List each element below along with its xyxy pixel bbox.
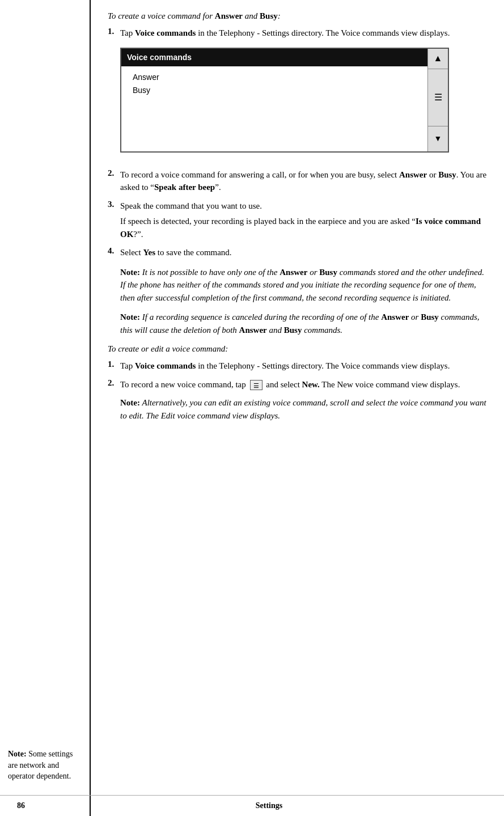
section2-heading-text: To create or edit a voice command: bbox=[108, 344, 228, 353]
step2-content: To record a voice command for answering … bbox=[120, 168, 487, 194]
step4-item: 4. Select Yes to save the command. bbox=[108, 246, 487, 259]
note1-or: or bbox=[307, 268, 319, 277]
note1-label: Note: bbox=[120, 268, 140, 277]
section1-heading: To create a voice command for Answer and… bbox=[108, 11, 487, 21]
note1-busy: Busy bbox=[319, 268, 337, 277]
note3-text: Alternatively, you can edit an existing … bbox=[120, 398, 486, 420]
footer-page-number: 86 bbox=[17, 801, 51, 810]
note2-answer: Answer bbox=[381, 312, 409, 322]
vc-scrollbar[interactable]: ▲ ☰ ▼ bbox=[427, 49, 448, 151]
step1-item: 1. Tap Voice commands in the Telephony -… bbox=[108, 27, 487, 163]
note1-text: It is not possible to have only one of t… bbox=[140, 268, 279, 277]
heading-italic2: and bbox=[243, 11, 260, 20]
footer-section-title: Settings bbox=[51, 801, 487, 810]
heading-italic1: To create a voice command for bbox=[108, 11, 215, 20]
step3-number: 3. bbox=[108, 200, 120, 209]
step3-sub: If speech is detected, your recording is… bbox=[120, 215, 487, 240]
sidebar-note: Note: Some settings are network and oper… bbox=[8, 749, 84, 782]
step2-busy: Busy bbox=[438, 170, 456, 179]
left-sidebar: Note: Some settings are network and oper… bbox=[0, 0, 91, 816]
s2-step1-item: 1. Tap Voice commands in the Telephony -… bbox=[108, 360, 487, 373]
note2-busy: Busy bbox=[421, 312, 439, 322]
step2-answer: Answer bbox=[399, 170, 427, 179]
step1-number: 1. bbox=[108, 27, 120, 36]
heading-bold-answer: Answer bbox=[215, 11, 243, 20]
step4-yes: Yes bbox=[143, 248, 155, 257]
note2-answer2: Answer bbox=[239, 325, 267, 335]
vc-item-busy: Busy bbox=[133, 84, 416, 98]
step2-number: 2. bbox=[108, 168, 120, 178]
step3-item: 3. Speak the command that you want to us… bbox=[108, 200, 487, 241]
s2-step2-number: 2. bbox=[108, 378, 120, 388]
vc-main: Voice commands Answer Busy bbox=[121, 49, 427, 151]
step4-content: Select Yes to save the command. bbox=[120, 246, 487, 259]
s2-step2-item: 2. To record a new voice command, tap ☰ … bbox=[108, 378, 487, 429]
step2-item: 2. To record a voice command for answeri… bbox=[108, 168, 487, 194]
section2-heading: To create or edit a voice command: bbox=[108, 344, 487, 354]
note2-text1: If a recording sequence is canceled duri… bbox=[140, 312, 381, 322]
note2-block: Note: If a recording sequence is cancele… bbox=[120, 311, 487, 336]
note2-busy2: Busy bbox=[284, 325, 302, 335]
step1-content: Tap Voice commands in the Telephony - Se… bbox=[120, 27, 487, 163]
s2-step1-content: Tap Voice commands in the Telephony - Se… bbox=[120, 360, 487, 373]
note2-and: and bbox=[267, 325, 284, 335]
s2-step2-new: New. bbox=[302, 380, 320, 389]
s2-step1-number: 1. bbox=[108, 360, 120, 369]
step3-content: Speak the command that you want to use. … bbox=[120, 200, 487, 241]
heading-italic3: : bbox=[278, 11, 281, 20]
vc-body: Answer Busy bbox=[121, 66, 427, 151]
s2-step2-content: To record a new voice command, tap ☰ and… bbox=[120, 378, 487, 429]
step4-number: 4. bbox=[108, 246, 120, 256]
step2-speak: Speak after beep bbox=[154, 183, 215, 192]
note1-block: Note: It is not possible to have only on… bbox=[120, 266, 487, 305]
menu-icon-inline: ☰ bbox=[250, 380, 262, 390]
page-container: Note: Some settings are network and oper… bbox=[0, 0, 504, 816]
main-content: To create a voice command for Answer and… bbox=[91, 0, 504, 816]
vc-scroll-down[interactable]: ▼ bbox=[428, 126, 448, 151]
heading-bold-busy: Busy bbox=[260, 11, 278, 20]
note1-answer: Answer bbox=[279, 268, 307, 277]
note3-label: Note: bbox=[120, 398, 140, 407]
sidebar-note-label: Note: bbox=[8, 750, 27, 758]
voice-commands-box: Voice commands Answer Busy ▲ ☰ ▼ bbox=[120, 48, 449, 153]
note2-label: Note: bbox=[120, 312, 140, 322]
vc-header: Voice commands bbox=[121, 49, 427, 66]
footer-bar: 86 Settings bbox=[0, 795, 504, 816]
s2-step1-vc: Voice commands bbox=[135, 361, 196, 370]
vc-scroll-up[interactable]: ▲ bbox=[428, 49, 448, 69]
note2-end: commands. bbox=[302, 325, 342, 335]
vc-scroll-mid: ☰ bbox=[428, 69, 448, 126]
step3-is-voice: Is voice command OK bbox=[120, 217, 481, 239]
menu-list-icon: ☰ bbox=[434, 91, 442, 104]
note3-block: Note: Alternatively, you can edit an exi… bbox=[120, 396, 487, 422]
note2-or: or bbox=[409, 312, 421, 322]
vc-item-answer: Answer bbox=[133, 71, 416, 84]
step1-voice-commands: Voice commands bbox=[135, 28, 196, 37]
